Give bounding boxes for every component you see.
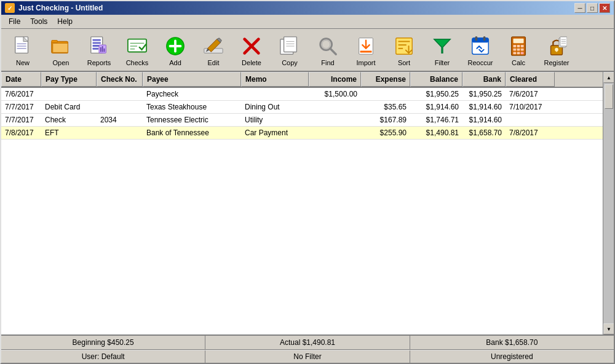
- svg-rect-27: [284, 36, 297, 52]
- table-row[interactable]: 7/8/2017 EFT Bank of Tennessee Car Payme…: [1, 127, 603, 140]
- edit-button[interactable]: Edit: [196, 31, 231, 68]
- scroll-thumb[interactable]: [605, 84, 613, 109]
- register-button[interactable]: Register: [539, 31, 574, 68]
- scroll-up-button[interactable]: ▲: [603, 72, 614, 83]
- cell-income-1: $1,500.00: [309, 88, 361, 100]
- svg-rect-14: [102, 46, 103, 52]
- scrollbar[interactable]: ▲ ▼: [603, 72, 614, 334]
- cell-expense-2: $35.65: [361, 101, 410, 113]
- svg-rect-6: [53, 43, 68, 52]
- scroll-track[interactable]: [603, 83, 614, 323]
- sort-button[interactable]: Sort: [386, 31, 422, 68]
- col-header-balance: Balance: [410, 72, 462, 87]
- cell-date-3: 7/7/2017: [1, 114, 41, 126]
- cell-memo-3: Utility: [241, 114, 309, 126]
- add-icon: [164, 35, 186, 57]
- edit-label: Edit: [208, 59, 220, 66]
- svg-rect-9: [93, 42, 101, 44]
- col-header-payee: Payee: [143, 72, 241, 87]
- cell-balance-4: $1,490.81: [410, 127, 462, 139]
- table-body: 7/6/2017 Paycheck $1,500.00 $1,950.25 $1…: [1, 88, 603, 334]
- svg-rect-51: [521, 48, 524, 50]
- cell-checkno-2: [97, 101, 143, 113]
- main-window: ✓ Just Checking - Untitled ─ □ ✕ File To…: [0, 0, 615, 364]
- cell-payee-1: Paycheck: [143, 88, 241, 100]
- cell-balance-2: $1,914.60: [410, 101, 462, 113]
- delete-icon: [240, 35, 263, 57]
- delete-label: Delete: [242, 59, 261, 66]
- cell-cleared-3: [506, 114, 555, 126]
- col-header-income: Income: [309, 72, 361, 87]
- open-label: Open: [53, 59, 69, 66]
- minimize-button[interactable]: ─: [574, 3, 585, 13]
- copy-button[interactable]: Copy: [272, 31, 308, 68]
- menu-bar: File Tools Help: [1, 15, 614, 29]
- filter-button[interactable]: Filter: [424, 31, 460, 68]
- cell-bank-2: $1,914.60: [462, 101, 506, 113]
- svg-rect-11: [93, 47, 98, 49]
- menu-file[interactable]: File: [4, 16, 25, 27]
- menu-help[interactable]: Help: [52, 16, 77, 27]
- cell-bank-1: $1,950.25: [462, 88, 506, 100]
- svg-rect-54: [521, 52, 524, 54]
- new-button[interactable]: New: [5, 31, 41, 68]
- reports-button[interactable]: Reports: [81, 31, 117, 68]
- status-bar-summary: Beginning $450.25 Actual $1,490.81 Bank …: [1, 334, 614, 350]
- svg-rect-15: [104, 48, 105, 52]
- svg-rect-57: [556, 49, 557, 52]
- table-row[interactable]: 7/6/2017 Paycheck $1,500.00 $1,950.25 $1…: [1, 88, 603, 101]
- cell-expense-4: $255.90: [361, 127, 410, 139]
- copy-icon: [279, 35, 301, 57]
- close-button[interactable]: ✕: [599, 3, 610, 13]
- cell-income-4: [309, 127, 361, 139]
- col-header-checkno: Check No.: [97, 72, 143, 87]
- add-button[interactable]: Add: [157, 31, 193, 68]
- import-icon: [355, 35, 377, 57]
- scroll-down-button[interactable]: ▼: [603, 323, 614, 334]
- cell-paytype-1: [41, 88, 97, 100]
- filter-label: Filter: [435, 59, 450, 66]
- cell-income-2: [309, 101, 361, 113]
- cell-payee-2: Texas Steakhouse: [143, 101, 241, 113]
- delete-button[interactable]: Delete: [234, 31, 269, 68]
- svg-rect-8: [93, 39, 101, 41]
- status-filter: No Filter: [205, 350, 410, 363]
- cell-balance-3: $1,746.71: [410, 114, 462, 126]
- table-row[interactable]: 7/7/2017 Check 2034 Tennessee Electric U…: [1, 114, 603, 127]
- maximize-button[interactable]: □: [587, 3, 598, 13]
- window-title: Just Checking - Untitled: [18, 4, 103, 12]
- svg-rect-49: [514, 48, 517, 50]
- cell-bank-3: $1,914.60: [462, 114, 506, 126]
- title-bar: ✓ Just Checking - Untitled ─ □ ✕: [1, 1, 614, 15]
- menu-tools[interactable]: Tools: [25, 16, 52, 27]
- calc-button[interactable]: Calc: [501, 31, 536, 68]
- cell-memo-2: Dining Out: [241, 101, 309, 113]
- reoccur-button[interactable]: Reoccur: [462, 31, 498, 68]
- toolbar: New Open: [1, 29, 614, 72]
- svg-rect-13: [100, 47, 101, 52]
- svg-rect-43: [483, 36, 486, 41]
- checks-button[interactable]: Checks: [119, 31, 155, 68]
- cell-paytype-2: Debit Card: [41, 101, 97, 113]
- sort-icon: [393, 35, 415, 57]
- import-button[interactable]: Import: [348, 31, 384, 68]
- checks-icon: [126, 35, 148, 57]
- data-area: Date Pay Type Check No. Payee Memo Incom…: [1, 72, 603, 334]
- svg-line-33: [330, 48, 336, 53]
- open-button[interactable]: Open: [43, 31, 79, 68]
- svg-rect-16: [128, 39, 146, 52]
- svg-rect-47: [517, 45, 520, 47]
- table-row[interactable]: 7/7/2017 Debit Card Texas Steakhouse Din…: [1, 101, 603, 114]
- svg-rect-35: [360, 50, 372, 52]
- cell-income-3: [309, 114, 361, 126]
- cell-memo-1: [241, 88, 309, 100]
- svg-point-32: [322, 40, 330, 48]
- cell-expense-3: $167.89: [361, 114, 410, 126]
- find-button[interactable]: Find: [310, 31, 346, 68]
- col-header-paytype: Pay Type: [41, 72, 97, 87]
- title-controls: ─ □ ✕: [574, 3, 610, 13]
- cell-memo-4: Car Payment: [241, 127, 309, 139]
- find-icon: [317, 35, 339, 57]
- filter-icon: [431, 35, 453, 57]
- svg-rect-50: [517, 48, 520, 50]
